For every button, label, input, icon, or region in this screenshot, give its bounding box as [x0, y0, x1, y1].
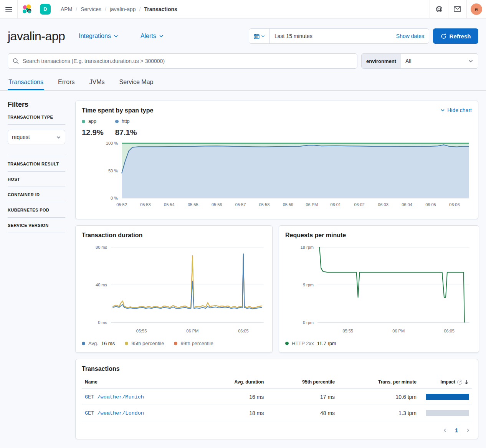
filters-title: Filters: [8, 101, 65, 109]
column-header-avg-duration[interactable]: Avg. duration: [202, 375, 267, 389]
requests-per-minute-chart[interactable]: 0 rpm9 rpm18 rpm05:5506 PM06:05: [285, 241, 473, 338]
filter-section-container-id[interactable]: CONTAINER ID: [8, 187, 65, 202]
filter-section-transaction-type: TRANSACTION TYPErequest: [8, 115, 65, 156]
hide-chart-button[interactable]: Hide chart: [440, 107, 472, 113]
legend-value: 11.7 rpm: [317, 341, 336, 346]
breadcrumb-item-javalin-app[interactable]: javalin-app: [110, 6, 136, 12]
svg-text:06 PM: 06 PM: [186, 329, 198, 333]
breadcrumb-separator: /: [76, 6, 77, 12]
transaction-type-select[interactable]: request: [8, 130, 65, 144]
integrations-menu[interactable]: Integrations: [79, 33, 118, 40]
svg-text:40 ms: 40 ms: [96, 283, 107, 287]
user-menu[interactable]: e: [466, 0, 486, 18]
space-badge[interactable]: D: [40, 4, 51, 15]
breadcrumb-separator: /: [139, 6, 141, 12]
legend-label: 95th percentile: [131, 341, 164, 346]
chevron-right-icon[interactable]: [466, 428, 470, 433]
tab-service-map[interactable]: Service Map: [119, 74, 154, 90]
search-row: environment All: [0, 44, 486, 69]
legend-item-app[interactable]: app: [82, 119, 104, 124]
menu-icon[interactable]: [0, 0, 18, 18]
chevron-down-icon: [159, 34, 164, 38]
filter-section-transaction-result[interactable]: TRANSACTION RESULT: [8, 156, 65, 172]
quick-select-button[interactable]: [249, 29, 270, 43]
tab-errors[interactable]: Errors: [57, 74, 76, 90]
tab-jvms[interactable]: JVMs: [89, 74, 106, 90]
column-header-95th-percentile[interactable]: 95th percentile: [267, 375, 338, 389]
filter-section-kubernetes-pod[interactable]: KUBERNETES POD: [8, 202, 65, 218]
legend-item-avg-[interactable]: Avg.16 ms: [82, 341, 115, 346]
avg-duration-cell: 16 ms: [202, 389, 267, 405]
date-picker: Last 15 minutes Show dates: [249, 28, 429, 44]
page-header: javalin-app Integrations Alerts Last 15 …: [0, 18, 486, 44]
column-header-tpm[interactable]: Trans. per minute: [338, 375, 420, 389]
refresh-button[interactable]: Refresh: [433, 28, 478, 44]
filter-section-host[interactable]: HOST: [8, 172, 65, 187]
legend-value: 16 ms: [101, 341, 115, 346]
legend-item-http-2xx[interactable]: HTTP 2xx11.7 rpm: [285, 341, 336, 346]
legend-item-99th-percentile[interactable]: 99th percentile: [174, 341, 213, 346]
span-type-legend: app12.9%http87.1%: [82, 119, 472, 137]
search-input[interactable]: [22, 58, 352, 64]
transactions-table-title: Transactions: [82, 365, 472, 372]
chevron-down-icon: [261, 34, 265, 38]
legend-label: Avg.: [88, 341, 98, 346]
column-header-impact[interactable]: Impact ?: [420, 375, 472, 389]
top-bar: D APM/Services/javalin-app/Transactions …: [0, 0, 486, 18]
alerts-menu[interactable]: Alerts: [141, 33, 164, 40]
legend-item-http[interactable]: http: [115, 119, 137, 124]
sort-desc-icon: [464, 380, 469, 385]
newsfeed-button[interactable]: [448, 0, 466, 18]
environment-select[interactable]: environment All: [361, 53, 478, 69]
avg-duration-cell: 18 ms: [202, 405, 267, 421]
legend-dot-icon: [115, 120, 119, 123]
chevron-down-icon: [56, 135, 61, 140]
filter-section-service-version[interactable]: SERVICE VERSION: [8, 218, 65, 233]
breadcrumb-item-apm[interactable]: APM: [61, 6, 72, 12]
page-number[interactable]: 1: [455, 427, 458, 433]
space-switcher[interactable]: D: [36, 0, 55, 18]
requests-per-minute-title: Requests per minute: [285, 232, 473, 239]
breadcrumb-item-services[interactable]: Services: [81, 6, 101, 12]
search-icon: [13, 58, 19, 64]
tab-transactions[interactable]: Transactions: [8, 74, 44, 90]
requests-per-minute-panel: Requests per minute 0 rpm9 rpm18 rpm05:5…: [279, 225, 479, 353]
pagination: 1: [82, 421, 472, 437]
svg-text:05:56: 05:56: [212, 202, 222, 207]
column-header-name[interactable]: Name: [82, 375, 202, 389]
legend-label: 99th percentile: [180, 341, 213, 346]
svg-text:05:55: 05:55: [342, 329, 353, 333]
filter-label: HOST: [8, 177, 65, 182]
span-type-chart[interactable]: 0 %50 %100 %05:5205:5305:5405:5505:5605:…: [82, 139, 471, 212]
help-button[interactable]: [430, 0, 448, 18]
svg-text:06:06: 06:06: [449, 202, 460, 207]
transactions-panel: Transactions Name Avg. duration 95th per…: [75, 359, 478, 439]
time-range-display[interactable]: Last 15 minutes: [270, 33, 392, 39]
calendar-icon: [254, 33, 260, 39]
transaction-link[interactable]: GET /weather/London: [85, 410, 144, 416]
question-circle-icon[interactable]: ?: [457, 380, 462, 385]
mail-icon: [454, 6, 461, 12]
page-title: javalin-app: [8, 29, 65, 43]
svg-text:05:53: 05:53: [140, 202, 151, 207]
avatar[interactable]: e: [471, 3, 482, 15]
environment-label: environment: [362, 54, 401, 68]
filter-label: TRANSACTION TYPE: [8, 115, 65, 125]
chevron-left-icon[interactable]: [443, 428, 447, 433]
chevron-down-icon: [114, 34, 118, 38]
filters-sidebar: Filters TRANSACTION TYPErequestTRANSACTI…: [8, 101, 65, 439]
legend-dot-icon: [174, 342, 177, 345]
refresh-icon: [441, 33, 446, 39]
environment-value: All: [405, 58, 412, 64]
span-percent: 87.1%: [115, 128, 137, 137]
legend-item-95th-percentile[interactable]: 95th percentile: [125, 341, 164, 346]
svg-text:06:02: 06:02: [354, 202, 365, 207]
svg-text:05:57: 05:57: [235, 202, 246, 207]
transaction-link[interactable]: GET /weather/Munich: [85, 394, 144, 400]
elastic-logo[interactable]: [18, 0, 36, 18]
transaction-duration-chart[interactable]: 0 ms40 ms80 ms05:5506 PM06:05: [82, 241, 267, 338]
filter-label: CONTAINER ID: [8, 192, 65, 197]
help-icon: [436, 6, 443, 13]
show-dates-button[interactable]: Show dates: [392, 33, 429, 39]
tpm-cell: 10.6 tpm: [338, 389, 420, 405]
